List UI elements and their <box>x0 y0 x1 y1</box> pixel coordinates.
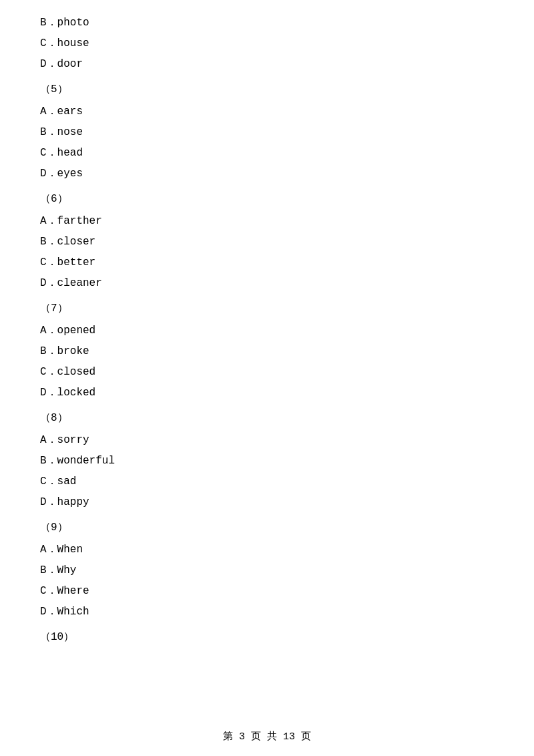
option-9a: A．When <box>40 540 494 560</box>
question-9: （9）A．WhenB．WhyC．WhereD．Which <box>40 518 494 621</box>
main-content: B．photo C．house D．door （5）A．earsB．noseC．… <box>0 0 534 690</box>
option-7d: D．locked <box>40 383 494 403</box>
question-number-10: （10） <box>40 628 494 647</box>
option-6b: B．closer <box>40 232 494 252</box>
option-c-house: C．house <box>40 34 494 53</box>
option-5a: A．ears <box>40 102 494 122</box>
option-9c: C．Where <box>40 582 494 601</box>
question-8: （8）A．sorryB．wonderfulC．sadD．happy <box>40 409 494 512</box>
question-number-9: （9） <box>40 518 494 538</box>
question-number-7: （7） <box>40 299 494 319</box>
option-5d: D．eyes <box>40 164 494 184</box>
question-number-8: （8） <box>40 409 494 428</box>
option-8c: C．sad <box>40 472 494 492</box>
option-7c: C．closed <box>40 363 494 382</box>
question-10: （10） <box>40 628 494 647</box>
option-6a: A．farther <box>40 212 494 231</box>
option-7a: A．opened <box>40 321 494 341</box>
question-5: （5）A．earsB．noseC．headD．eyes <box>40 80 494 183</box>
questions-container: （5）A．earsB．noseC．headD．eyes（6）A．fartherB… <box>40 80 494 647</box>
option-7b: B．broke <box>40 342 494 361</box>
page-footer: 第 3 页 共 13 页 <box>0 730 534 743</box>
option-6c: C．better <box>40 253 494 272</box>
option-9d: D．Which <box>40 602 494 622</box>
option-8a: A．sorry <box>40 431 494 450</box>
option-d-door: D．door <box>40 55 494 74</box>
option-6d: D．cleaner <box>40 274 494 293</box>
question-6: （6）A．fartherB．closerC．betterD．cleaner <box>40 190 494 293</box>
question-number-5: （5） <box>40 80 494 100</box>
option-8d: D．happy <box>40 493 494 512</box>
question-7: （7）A．openedB．brokeC．closedD．locked <box>40 299 494 402</box>
option-5b: B．nose <box>40 123 494 142</box>
question-number-6: （6） <box>40 190 494 209</box>
option-8b: B．wonderful <box>40 451 494 471</box>
option-b-photo: B．photo <box>40 13 494 33</box>
option-5c: C．head <box>40 144 494 163</box>
option-9b: B．Why <box>40 561 494 580</box>
